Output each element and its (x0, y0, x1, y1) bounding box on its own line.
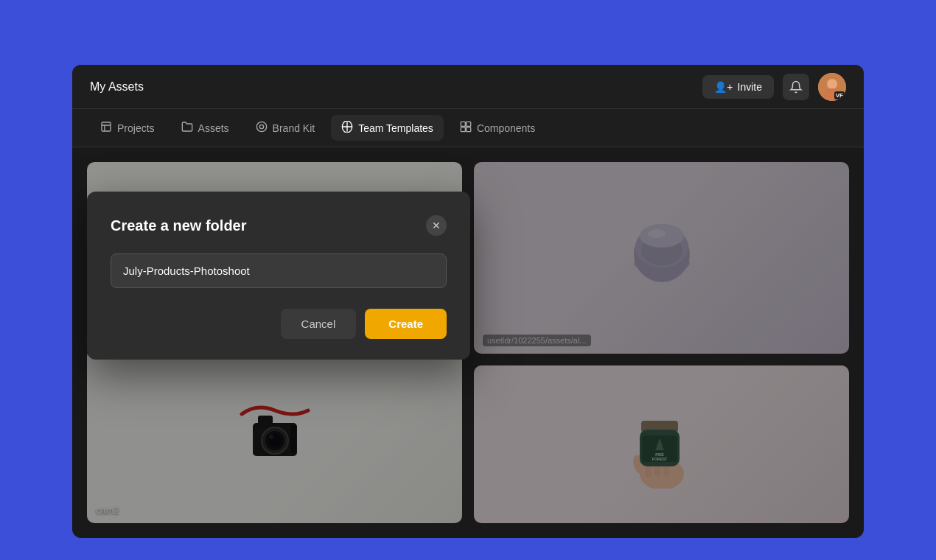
app-title: My Assets (90, 80, 144, 94)
tab-components[interactable]: Components (450, 115, 545, 141)
svg-rect-9 (461, 127, 465, 132)
modal-header: Create a new folder ✕ (111, 215, 447, 236)
navbar: My Assets 👤+ Invite VF (72, 65, 864, 109)
svg-rect-3 (102, 122, 111, 131)
avatar[interactable]: VF (818, 73, 846, 101)
modal-actions: Cancel Create (111, 309, 447, 339)
tabs-bar: Projects Assets Brand Kit Team Templates… (72, 109, 864, 147)
create-folder-modal: Create a new folder ✕ Cancel Create (87, 192, 470, 360)
team-templates-icon (341, 121, 353, 135)
tab-projects[interactable]: Projects (90, 115, 165, 141)
svg-point-5 (259, 125, 263, 128)
notification-button[interactable] (783, 74, 809, 100)
svg-rect-7 (461, 122, 465, 126)
modal-overlay: Create a new folder ✕ Cancel Create (72, 147, 864, 538)
tab-brand-kit[interactable]: Brand Kit (245, 115, 326, 141)
content-area: cam2 (72, 147, 864, 538)
modal-close-button[interactable]: ✕ (426, 215, 447, 236)
projects-icon (100, 121, 112, 135)
components-icon (460, 121, 472, 135)
brand-kit-icon (256, 121, 268, 135)
cancel-button[interactable]: Cancel (281, 309, 357, 339)
svg-point-1 (827, 79, 837, 89)
tab-team-templates[interactable]: Team Templates (331, 115, 444, 141)
navbar-actions: 👤+ Invite VF (702, 73, 846, 101)
person-plus-icon: 👤+ (714, 81, 733, 93)
create-button[interactable]: Create (365, 309, 447, 339)
app-container: My Assets 👤+ Invite VF (72, 65, 864, 538)
assets-icon (181, 121, 193, 135)
tab-assets[interactable]: Assets (171, 115, 240, 141)
invite-button[interactable]: 👤+ Invite (702, 75, 774, 99)
svg-rect-10 (467, 127, 471, 132)
svg-rect-8 (467, 122, 471, 126)
svg-point-4 (256, 122, 266, 131)
modal-title: Create a new folder (111, 217, 247, 234)
folder-name-input[interactable] (111, 253, 447, 288)
